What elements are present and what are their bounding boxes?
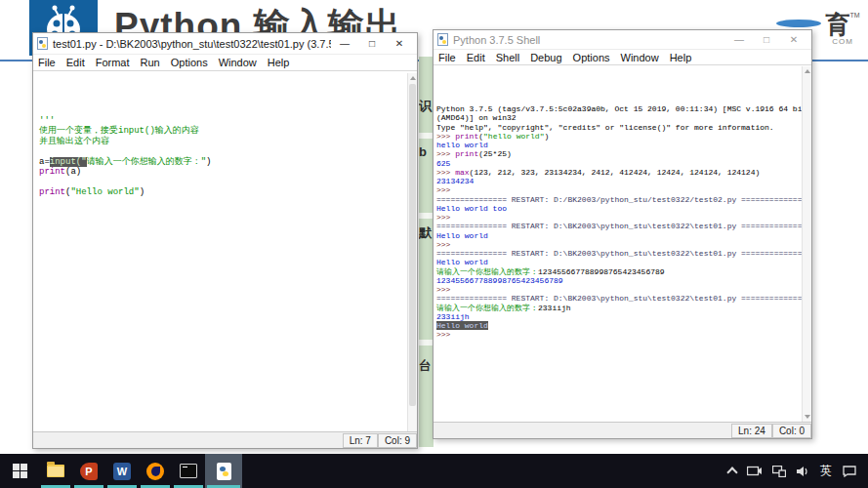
code-segment: 请输入一个你想输入的数字：	[436, 267, 538, 276]
volume-icon[interactable]	[797, 466, 809, 477]
editor-statusbar: Ln: 7 Col: 9	[33, 431, 417, 448]
editor-text-area[interactable]: '''使用一个变量，接受input()输入的内容并且输出这个内容 a=input…	[33, 73, 417, 431]
network-icon[interactable]	[772, 466, 786, 477]
hidden-icons-chevron-icon[interactable]	[728, 466, 736, 476]
firefox-icon	[146, 463, 164, 480]
editor-line-indicator: Ln: 7	[343, 433, 378, 448]
taskbar-item-word[interactable]: W	[105, 454, 139, 488]
code-line: >>> max(123, 212, 323, 23134234, 2412, 4…	[436, 168, 811, 177]
python-file-icon	[37, 37, 48, 50]
slide-text-fragment: 台	[419, 357, 434, 375]
code-line: >>> print("hello world")	[436, 132, 811, 141]
system-tray: 英	[728, 454, 868, 488]
shell-menu-edit[interactable]: Edit	[467, 52, 485, 63]
code-segment: a=	[39, 157, 50, 167]
code-segment: print	[455, 149, 478, 158]
editor-menubar: FileEditFormatRunOptionsWindowHelp	[33, 55, 417, 71]
shell-menu-window[interactable]: Window	[621, 52, 659, 63]
shell-menu-options[interactable]: Options	[573, 52, 610, 63]
editor-scrollbar[interactable]	[407, 73, 417, 431]
taskbar-item-explorer[interactable]	[39, 454, 72, 488]
action-center-icon[interactable]	[843, 466, 856, 477]
editor-code: '''使用一个变量，接受input()输入的内容并且输出这个内容 a=input…	[33, 108, 417, 197]
taskbar-item-idle-active[interactable]	[205, 454, 242, 488]
code-line: =============== RESTART: D:\BK2003\pytho…	[436, 222, 811, 230]
editor-menu-edit[interactable]: Edit	[66, 57, 85, 68]
code-segment: 123455667788998765423456789	[538, 267, 665, 276]
minimize-icon[interactable]: —	[725, 30, 753, 50]
code-segment: Type "help", "copyright", "credits" or "…	[436, 123, 774, 132]
shell-titlebar[interactable]: Python 3.7.5 Shell — □ ✕	[434, 30, 811, 50]
maximize-icon[interactable]: □	[753, 30, 780, 50]
editor-window: test01.py - D:\BK2003\python_stu\test032…	[32, 32, 418, 449]
code-segment: print	[39, 167, 65, 177]
code-segment: >>>	[436, 213, 455, 222]
scroll-down-icon[interactable]	[805, 415, 810, 419]
code-segment: =============== RESTART: D:\BK2003\pytho…	[436, 222, 811, 230]
code-line: 请输入一个你想输入的数字：233iijh	[436, 304, 811, 312]
code-line: (AMD64)] on win32	[436, 113, 811, 122]
code-line: print("Hello world")	[39, 187, 417, 197]
code-segment: Hello world too	[436, 204, 507, 213]
brand-tm: TM	[849, 12, 859, 19]
band-divider	[419, 340, 434, 346]
ime-language-indicator[interactable]: 英	[820, 463, 832, 479]
shell-code: Python 3.7.5 (tags/v3.7.5:5c02a39a0b, Oc…	[434, 102, 811, 340]
editor-menu-run[interactable]: Run	[141, 57, 160, 68]
shell-scrollbar[interactable]	[802, 66, 811, 422]
code-segment: )	[544, 132, 549, 141]
code-segment: '''	[39, 116, 55, 126]
scrollbar-thumb[interactable]	[409, 84, 416, 406]
code-line: Type "help", "copyright", "credits" or "…	[436, 123, 811, 132]
code-segment: =============== RESTART: D:\BK2003\pytho…	[436, 294, 811, 303]
code-line: >>>	[436, 185, 811, 194]
code-segment: (AMD64)] on win32	[436, 113, 517, 122]
band-divider	[419, 133, 434, 139]
shell-menu-shell[interactable]: Shell	[496, 52, 519, 63]
command-prompt-icon	[180, 464, 197, 478]
code-line: Hello world too	[436, 204, 811, 213]
scroll-up-icon[interactable]	[805, 69, 810, 73]
code-segment: 请输入一个你想输入的数字：	[436, 304, 538, 312]
close-icon[interactable]: ✕	[780, 30, 807, 50]
minimize-icon[interactable]: —	[331, 34, 358, 54]
editor-menu-format[interactable]: Format	[96, 57, 130, 68]
close-icon[interactable]: ✕	[386, 34, 413, 54]
code-line	[39, 146, 417, 156]
screen-capture-icon[interactable]	[747, 466, 762, 476]
shell-col-indicator: Col: 0	[772, 424, 811, 438]
code-segment: (123, 212, 323, 23134234, 2412, 412424, …	[470, 168, 761, 177]
code-line: 请输入一个你想输入的数字：123455667788998765423456789	[436, 267, 811, 276]
code-line: Hello world	[436, 258, 811, 266]
taskbar-item-cmd[interactable]	[172, 454, 205, 488]
shell-window: Python 3.7.5 Shell — □ ✕ FileEditShellDe…	[433, 29, 812, 439]
shell-menu-file[interactable]: File	[438, 52, 456, 63]
start-button[interactable]	[0, 454, 39, 488]
code-segment: Hello world	[436, 258, 488, 266]
code-segment: Hello world	[436, 321, 488, 330]
code-line: hello world	[436, 141, 811, 149]
code-segment: 233iijh	[436, 312, 470, 321]
shell-menu-debug[interactable]: Debug	[530, 52, 561, 63]
editor-window-title: test01.py - D:\BK2003\python_stu\test032…	[53, 38, 331, 50]
maximize-icon[interactable]: □	[358, 34, 386, 54]
shell-text-area[interactable]: Python 3.7.5 (tags/v3.7.5:5c02a39a0b, Oc…	[434, 66, 811, 422]
slide-text-fragment: b	[419, 144, 434, 159]
taskbar-item-firefox[interactable]	[139, 454, 172, 488]
taskbar-item-powerpoint[interactable]: P	[72, 454, 105, 488]
editor-menu-help[interactable]: Help	[268, 57, 290, 68]
code-segment: (a)	[65, 167, 81, 177]
brand-com: COM	[820, 37, 865, 46]
editor-menu-window[interactable]: Window	[219, 57, 257, 68]
editor-menu-file[interactable]: File	[38, 57, 56, 68]
code-line: 123455667788998765423456789	[436, 276, 811, 285]
code-line: print(a)	[39, 167, 417, 177]
code-segment: >>>	[436, 168, 455, 177]
shell-menu-help[interactable]: Help	[670, 52, 692, 63]
code-segment: 233iijh	[538, 304, 571, 312]
editor-col-indicator: Col: 9	[378, 433, 417, 448]
editor-menu-options[interactable]: Options	[171, 57, 208, 68]
scroll-up-icon[interactable]	[410, 76, 416, 80]
code-segment: 625	[436, 159, 450, 168]
editor-titlebar[interactable]: test01.py - D:\BK2003\python_stu\test032…	[33, 33, 417, 55]
